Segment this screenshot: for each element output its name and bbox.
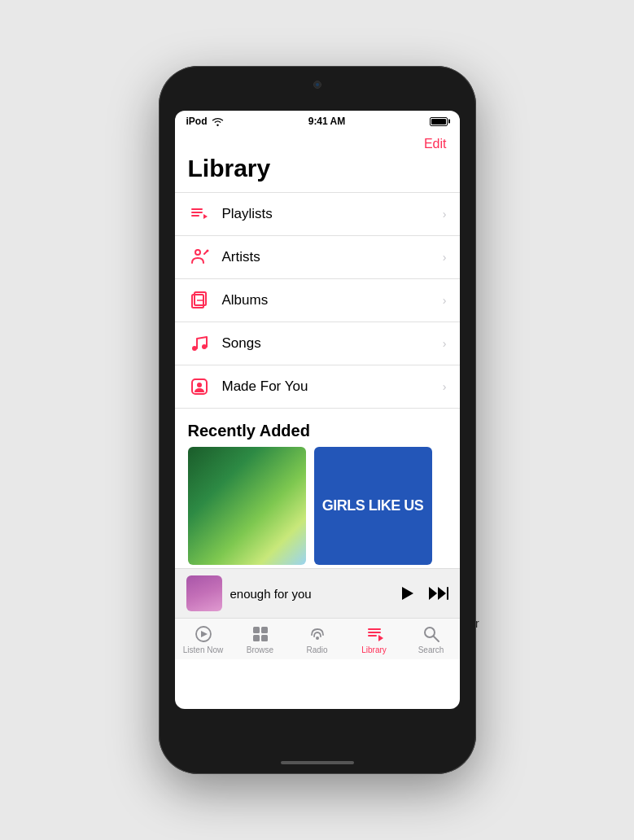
svg-point-0 [195, 250, 200, 255]
svg-rect-17 [253, 635, 260, 641]
tab-listen-now[interactable]: Listen Now [181, 625, 225, 654]
search-icon [422, 625, 440, 643]
library-item-made-for-you[interactable]: Made For You › [175, 365, 460, 409]
tab-bar: Listen Now Browse [175, 618, 460, 659]
header: Edit [175, 130, 460, 155]
artists-chevron: › [443, 251, 447, 264]
wifi-icon [212, 117, 224, 126]
camera [313, 81, 321, 89]
svg-rect-12 [447, 587, 448, 600]
page-title: Library [175, 155, 460, 192]
songs-chevron: › [443, 337, 447, 350]
library-item-songs[interactable]: Songs › [175, 322, 460, 365]
library-item-artists[interactable]: Artists › [175, 236, 460, 279]
screen: iPod 9:41 AM [175, 111, 460, 709]
svg-point-1 [206, 250, 208, 252]
recently-added-header: Recently Added [175, 409, 460, 447]
artists-icon [188, 246, 211, 269]
status-left: iPod [186, 116, 224, 127]
svg-point-8 [197, 383, 202, 387]
tab-search[interactable]: Search [409, 625, 453, 654]
battery-fill [431, 119, 446, 125]
svg-marker-10 [429, 587, 437, 600]
forward-button[interactable] [429, 585, 448, 602]
library-item-albums[interactable]: Albums › [175, 279, 460, 322]
mini-player[interactable]: enough for you [175, 568, 460, 618]
library-item-playlists[interactable]: Playlists › [175, 193, 460, 236]
time-display: 9:41 AM [308, 116, 346, 127]
library-icon [365, 625, 383, 643]
svg-point-6 [202, 344, 207, 349]
player-art-inner [186, 575, 222, 611]
player-song-title: enough for you [230, 587, 390, 601]
svg-marker-20 [378, 635, 383, 641]
svg-marker-11 [438, 587, 446, 600]
svg-marker-9 [402, 587, 413, 600]
tab-browse[interactable]: Browse [238, 625, 282, 654]
playlists-chevron: › [443, 208, 447, 221]
browse-icon [251, 625, 269, 643]
playlists-label: Playlists [222, 206, 431, 222]
svg-point-5 [192, 346, 197, 351]
made-for-you-icon [188, 375, 211, 398]
play-button[interactable] [398, 584, 416, 602]
ipod-device: iPod 9:41 AM [159, 66, 476, 774]
scene: Touchez pour voirplus de catégories. Lec… [0, 0, 634, 840]
edit-button[interactable]: Edit [424, 137, 447, 151]
songs-label: Songs [222, 335, 431, 352]
content-area: Edit Library Playlists [175, 130, 460, 709]
albums-label: Albums [222, 292, 431, 308]
status-right [430, 117, 448, 126]
made-for-you-chevron: › [443, 380, 447, 393]
battery-icon [430, 117, 448, 126]
listen-now-icon [195, 625, 212, 643]
tab-browse-label: Browse [247, 645, 273, 654]
tab-radio[interactable]: Radio [295, 625, 339, 654]
tab-listen-now-label: Listen Now [183, 645, 223, 654]
library-list: Playlists › Artist [175, 192, 460, 409]
album-art-2-text: GIRLS LIKE US [316, 491, 431, 521]
album-art-1[interactable] [188, 447, 306, 565]
svg-point-21 [425, 628, 435, 637]
album-art-2[interactable]: GIRLS LIKE US [314, 447, 432, 565]
svg-marker-14 [201, 631, 208, 637]
artists-label: Artists [222, 249, 431, 265]
albums-chevron: › [443, 294, 447, 307]
albums-icon [188, 289, 211, 312]
home-indicator[interactable] [281, 761, 354, 764]
songs-icon [188, 332, 211, 355]
tab-library[interactable]: Library [352, 625, 396, 654]
playlists-icon [188, 203, 211, 225]
carrier-label: iPod [186, 116, 208, 127]
albums-row: GIRLS LIKE US [175, 447, 460, 565]
player-album-art [186, 575, 222, 611]
player-controls [398, 584, 448, 602]
tab-search-label: Search [418, 645, 444, 654]
svg-rect-15 [253, 627, 260, 633]
radio-icon [308, 625, 326, 643]
tab-library-label: Library [361, 645, 387, 654]
status-bar: iPod 9:41 AM [175, 111, 460, 130]
svg-rect-18 [261, 635, 268, 641]
tab-radio-label: Radio [306, 645, 327, 654]
svg-point-19 [316, 637, 319, 640]
made-for-you-label: Made For You [222, 378, 431, 395]
svg-rect-16 [261, 627, 268, 633]
svg-line-22 [434, 637, 439, 641]
